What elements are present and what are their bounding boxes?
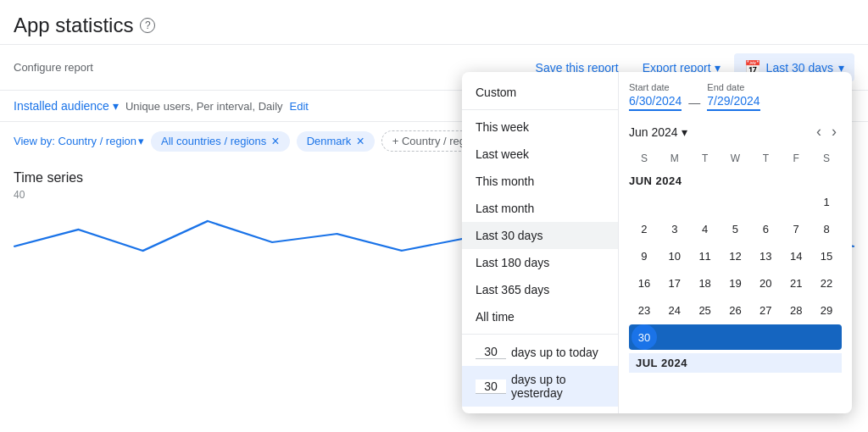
- end-date-label: End date: [707, 82, 760, 92]
- all-countries-chip: All countries / regions ×: [151, 131, 290, 152]
- page-title: App statistics: [14, 14, 133, 37]
- preset-this-month[interactable]: This month: [462, 168, 618, 195]
- weekday-mon: M: [659, 149, 690, 168]
- cal-day-19[interactable]: 19: [722, 270, 748, 296]
- weekday-sat: S: [811, 149, 842, 168]
- cal-day-26[interactable]: 26: [722, 297, 748, 323]
- preset-last-30-days[interactable]: Last 30 days: [462, 222, 618, 249]
- cal-day-28[interactable]: 28: [783, 297, 809, 323]
- preset-last-month[interactable]: Last month: [462, 195, 618, 222]
- days-to-today-input[interactable]: [476, 345, 506, 359]
- calendar-week-6: 30: [629, 324, 842, 350]
- preset-last-180-days[interactable]: Last 180 days: [462, 249, 618, 276]
- all-countries-remove-icon[interactable]: ×: [271, 135, 279, 148]
- installed-audience-button[interactable]: Installed audience ▾: [14, 99, 119, 113]
- date-inputs: Start date 6/30/2024 — End date 7/29/202…: [629, 82, 842, 111]
- calendar-week-4: 16 17 18 19 20 21 22: [629, 270, 842, 296]
- all-countries-label: All countries / regions: [161, 135, 266, 147]
- dropdown-divider-2: [462, 334, 618, 335]
- cal-day-18[interactable]: 18: [693, 270, 718, 296]
- calendar-weeks: 1 2 3 4 5 6 7 8 9 10 11 12 13 14 15: [629, 189, 842, 350]
- cal-day-29[interactable]: 29: [814, 297, 839, 323]
- calendar-nav: ‹ ›: [811, 121, 842, 142]
- cal-day-empty: [783, 324, 809, 350]
- next-month-button[interactable]: ›: [826, 121, 842, 142]
- calendar-header: Jun 2024 ▾ ‹ ›: [629, 121, 842, 142]
- month-chevron-icon: ▾: [682, 125, 687, 139]
- cal-day-14[interactable]: 14: [783, 243, 809, 269]
- help-icon[interactable]: ?: [140, 18, 155, 33]
- cal-day-30[interactable]: 30: [632, 324, 657, 350]
- prev-month-button[interactable]: ‹: [811, 121, 826, 142]
- preset-last-365-days[interactable]: Last 365 days: [462, 276, 618, 303]
- cal-day-21[interactable]: 21: [783, 270, 809, 296]
- calendar-month-label[interactable]: Jun 2024 ▾: [629, 125, 687, 139]
- denmark-label: Denmark: [307, 135, 352, 147]
- view-by-text: View by: Country / region: [14, 135, 136, 147]
- cal-day-5[interactable]: 5: [722, 216, 748, 241]
- days-to-today-label: days up to today: [511, 346, 598, 359]
- days-to-yesterday-input[interactable]: [476, 379, 506, 394]
- cal-day-23[interactable]: 23: [632, 297, 657, 323]
- cal-day-22[interactable]: 22: [814, 270, 839, 296]
- date-range-dropdown: Custom This week Last week This month La…: [462, 72, 852, 413]
- denmark-remove-icon[interactable]: ×: [356, 135, 364, 148]
- calendar-week-3: 9 10 11 12 13 14 15: [629, 243, 842, 269]
- cal-day-2[interactable]: 2: [632, 216, 657, 241]
- calendar-week-1: 1: [629, 189, 842, 214]
- cal-day-16[interactable]: 16: [632, 270, 657, 296]
- cal-day-8[interactable]: 8: [814, 216, 839, 241]
- cal-day-17[interactable]: 17: [662, 270, 687, 296]
- cal-day-30-cell[interactable]: 30: [629, 324, 659, 350]
- custom-days-yesterday: days up to yesterday: [462, 366, 618, 407]
- cal-day-empty: [693, 189, 718, 214]
- cal-day-10[interactable]: 10: [662, 243, 687, 269]
- installed-audience-label: Installed audience: [14, 99, 109, 113]
- weekday-thu: T: [750, 149, 781, 168]
- cal-day-empty: [693, 324, 718, 350]
- date-dash: —: [688, 96, 700, 109]
- cal-day-empty: [632, 189, 657, 214]
- weekday-tue: T: [690, 149, 721, 168]
- cal-day-25[interactable]: 25: [693, 297, 718, 323]
- cal-day-empty: [783, 189, 809, 214]
- cal-day-6[interactable]: 6: [753, 216, 778, 241]
- cal-day-20[interactable]: 20: [753, 270, 778, 296]
- start-date-label: Start date: [629, 82, 682, 92]
- jun-2024-header: JUN 2024: [629, 171, 842, 189]
- calendar-week-2: 2 3 4 5 6 7 8: [629, 216, 842, 241]
- preset-this-week[interactable]: This week: [462, 114, 618, 141]
- edit-button[interactable]: Edit: [290, 100, 309, 113]
- cal-day-15[interactable]: 15: [814, 243, 839, 269]
- jul-2024-header: JUL 2024: [629, 353, 842, 373]
- cal-day-empty: [662, 189, 687, 214]
- preset-all-time[interactable]: All time: [462, 303, 618, 330]
- cal-day-9[interactable]: 9: [632, 243, 657, 269]
- weekday-fri: F: [781, 149, 811, 168]
- cal-day-24[interactable]: 24: [662, 297, 687, 323]
- end-date-value[interactable]: 7/29/2024: [707, 94, 760, 111]
- cal-day-3[interactable]: 3: [662, 216, 687, 241]
- days-to-yesterday-label: days up to yesterday: [511, 373, 604, 400]
- cal-day-4[interactable]: 4: [693, 216, 718, 241]
- cal-day-empty: [753, 324, 778, 350]
- installed-audience-chevron-icon: ▾: [113, 99, 119, 113]
- cal-day-12[interactable]: 12: [722, 243, 748, 269]
- start-date-value[interactable]: 6/30/2024: [629, 94, 682, 111]
- cal-day-13[interactable]: 13: [753, 243, 778, 269]
- preset-last-week[interactable]: Last week: [462, 141, 618, 168]
- cal-day-11[interactable]: 11: [693, 243, 718, 269]
- cal-day-1[interactable]: 1: [814, 189, 839, 214]
- cal-day-empty: [814, 324, 839, 350]
- weekday-wed: W: [721, 149, 751, 168]
- cal-day-empty: [662, 324, 687, 350]
- custom-days-today: days up to today: [462, 338, 618, 366]
- cal-day-7[interactable]: 7: [783, 216, 809, 241]
- preset-custom[interactable]: Custom: [462, 79, 618, 106]
- view-by-label[interactable]: View by: Country / region ▾: [14, 135, 144, 147]
- calendar-panel: Start date 6/30/2024 — End date 7/29/202…: [619, 72, 852, 394]
- cal-day-empty: [753, 189, 778, 214]
- cal-day-27[interactable]: 27: [753, 297, 778, 323]
- weekday-sun: S: [629, 149, 659, 168]
- calendar-weekdays: S M T W T F S: [629, 149, 842, 168]
